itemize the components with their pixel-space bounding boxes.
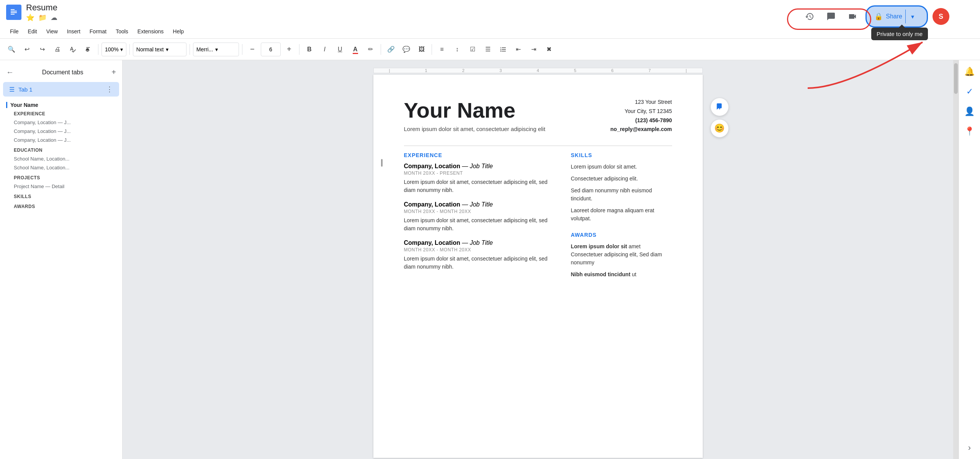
zoom-selector[interactable]: 100% ▾	[101, 43, 126, 56]
docs-logo	[6, 5, 21, 20]
indent-increase-btn[interactable]: ⇥	[527, 43, 541, 56]
job-3-title: Company, Location — Job Title	[404, 239, 556, 246]
right-panel: 🔔 ✓ 👤 📍 ›	[959, 60, 980, 459]
award-1: Lorem ipsum dolor sit amet Consectetuer …	[571, 243, 672, 267]
paint-format-btn[interactable]	[81, 43, 95, 56]
paragraph-style-selector[interactable]: Normal text ▾	[133, 43, 187, 56]
toolbar-sep-6	[381, 44, 381, 55]
job-3-desc: Lorem ipsum dolor sit amet, consectetuer…	[404, 255, 556, 271]
font-size-decrease-btn[interactable]: −	[245, 43, 259, 56]
outline-job-2[interactable]: Company, Location — J...	[6, 127, 116, 136]
contact-email: no_reply@example.com	[610, 126, 672, 132]
award-2: Nibh euismod tincidunt ut	[571, 270, 672, 279]
insert-image-btn[interactable]: 🖼	[415, 43, 429, 56]
italic-btn[interactable]: I	[318, 43, 332, 56]
contact-phone: (123) 456-7890	[635, 117, 672, 123]
menu-file[interactable]: File	[6, 27, 23, 36]
insert-comment-btn[interactable]: 💬	[399, 43, 413, 56]
search-toolbar-btn[interactable]: 🔍	[5, 43, 18, 56]
text-align-btn[interactable]: ≡	[435, 43, 449, 56]
outline-job-1[interactable]: Company, Location — J...	[6, 118, 116, 127]
svg-rect-1	[11, 9, 15, 10]
sidebar-back-btn[interactable]: ←	[6, 68, 14, 77]
outline-experience[interactable]: EXPERIENCE	[6, 110, 116, 118]
toolbar-sep-2	[129, 44, 130, 55]
comments-icon[interactable]	[823, 8, 839, 25]
job-entry-3: Company, Location — Job Title MONTH 20XX…	[404, 239, 556, 271]
expand-panel-btn[interactable]: ›	[961, 439, 978, 456]
share-button[interactable]: 🔒 Share ▾	[865, 5, 928, 28]
menu-extensions[interactable]: Extensions	[134, 27, 167, 36]
outline-awards[interactable]: AWARDS	[6, 202, 116, 211]
contacts-icon[interactable]: 👤	[961, 103, 978, 120]
menu-view[interactable]: View	[43, 27, 62, 36]
menu-help[interactable]: Help	[169, 27, 188, 36]
checklist-btn[interactable]: ☑	[466, 43, 479, 56]
resume-right-col: SKILLS Lorem ipsum dolor sit amet. Conse…	[571, 152, 672, 282]
undo-btn[interactable]: ↩	[20, 43, 34, 56]
clear-formatting-btn[interactable]: ✖	[542, 43, 556, 56]
menu-tools[interactable]: Tools	[112, 27, 132, 36]
outline-school-2[interactable]: School Name, Location...	[6, 163, 116, 172]
tasks-icon[interactable]: ✓	[961, 83, 978, 100]
toolbar-sep-4	[242, 44, 242, 55]
maps-icon[interactable]: 📍	[961, 123, 978, 140]
svg-rect-2	[11, 11, 17, 11]
link-btn[interactable]: 🔗	[384, 43, 398, 56]
share-dropdown-chevron[interactable]: ▾	[905, 10, 919, 23]
tab-1-item[interactable]: ☰ Tab 1 ⋮	[3, 82, 119, 97]
spellcheck-btn[interactable]	[66, 43, 80, 56]
outline-skills[interactable]: SKILLS	[6, 192, 116, 201]
menu-edit[interactable]: Edit	[24, 27, 41, 36]
scroll-thumb[interactable]	[954, 63, 958, 94]
lock-icon: 🔒	[874, 12, 883, 21]
outline-job-3[interactable]: Company, Location — J...	[6, 136, 116, 144]
notification-icon[interactable]: 🔔	[961, 63, 978, 80]
doc-title[interactable]: Resume	[26, 3, 57, 13]
print-btn[interactable]: 🖨	[51, 43, 64, 56]
skill-2: Consectetuer adipiscing elit.	[571, 175, 672, 183]
folder-icon[interactable]: 📁	[38, 13, 47, 22]
redo-btn[interactable]: ↪	[35, 43, 49, 56]
video-call-icon[interactable]	[844, 8, 861, 25]
tab-more-btn[interactable]: ⋮	[106, 85, 113, 93]
bold-btn[interactable]: B	[303, 43, 316, 56]
outline-projects[interactable]: PROJECTS	[6, 174, 116, 182]
job-1-desc: Lorem ipsum dolor sit amet, consectetuer…	[404, 178, 556, 194]
avatar[interactable]: S	[933, 8, 949, 25]
underline-btn[interactable]: U	[333, 43, 347, 56]
star-icon[interactable]: ⭐	[26, 13, 34, 22]
sidebar-add-tab-btn[interactable]: +	[111, 68, 116, 77]
toolbar-sep-3	[190, 44, 190, 55]
numbered-list-btn[interactable]	[496, 43, 510, 56]
job-3-date: MONTH 20XX - MONTH 20XX	[404, 247, 556, 252]
sidebar-title: Document tabs	[42, 69, 83, 76]
version-history-icon[interactable]	[801, 8, 818, 25]
skills-section-title: SKILLS	[571, 152, 672, 158]
menu-format[interactable]: Format	[86, 27, 110, 36]
skill-3: Sed diam nonummy nibh euismod tincidunt.	[571, 187, 672, 203]
font-size-increase-btn[interactable]: +	[282, 43, 296, 56]
scrollbar[interactable]	[953, 60, 959, 459]
highlight-btn[interactable]: ✏	[364, 43, 378, 56]
resume-name: Your Name	[404, 98, 545, 123]
menu-insert[interactable]: Insert	[63, 27, 84, 36]
outline-your-name[interactable]: Your Name	[6, 102, 116, 108]
outline-section: Your Name EXPERIENCE Company, Location —…	[0, 97, 122, 212]
ruler: |1234567|	[373, 68, 703, 73]
cloud-save-icon[interactable]: ☁	[51, 13, 57, 22]
bullet-list-btn[interactable]: ☰	[481, 43, 495, 56]
outline-school-1[interactable]: School Name, Location...	[6, 154, 116, 163]
job-1-date: MONTH 20XX - PRESENT	[404, 170, 556, 176]
experience-section-title: EXPERIENCE	[404, 152, 556, 158]
font-size-input[interactable]	[261, 43, 281, 56]
add-comment-float-btn[interactable]	[710, 98, 729, 116]
indent-decrease-btn[interactable]: ⇤	[512, 43, 525, 56]
outline-education[interactable]: EDUCATION	[6, 146, 116, 154]
line-spacing-btn[interactable]: ↕	[450, 43, 464, 56]
document-page[interactable]: Your Name Lorem ipsum dolor sit amet, co…	[373, 75, 703, 458]
emoji-float-btn[interactable]: 😊	[710, 119, 729, 138]
font-color-btn[interactable]: A	[348, 43, 362, 56]
font-selector[interactable]: Merri... ▾	[193, 43, 239, 56]
outline-project-1[interactable]: Project Name — Detail	[6, 182, 116, 191]
